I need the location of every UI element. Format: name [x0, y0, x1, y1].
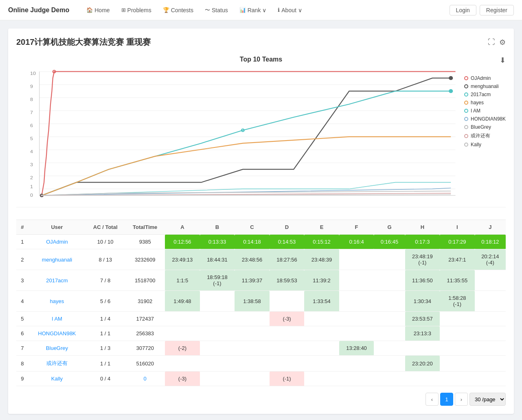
nav-problems[interactable]: ⊞ Problems	[116, 0, 156, 20]
problem-cell: 23:13:3	[405, 326, 440, 341]
problem-cell	[165, 326, 200, 341]
problem-cell	[475, 356, 506, 372]
total-time-cell: 256383	[125, 326, 165, 341]
legend-dot	[464, 143, 468, 147]
user-link[interactable]: hayes	[50, 298, 64, 304]
problem-cell	[440, 312, 475, 326]
nav-contests[interactable]: 🏆 Contests	[158, 0, 198, 20]
rank-cell: 1	[16, 235, 29, 249]
chart-wrapper: 10 9 8 7 6 5 4 3 2 1 0	[16, 67, 506, 199]
svg-text:8: 8	[30, 97, 33, 103]
table-header: #UserAC / TotalTotalTimeABCDEFGHIJ	[16, 220, 506, 235]
svg-text:9: 9	[30, 84, 33, 90]
table-header-cell: AC / Total	[86, 220, 125, 235]
user-link[interactable]: Kally	[51, 376, 63, 382]
total-time-cell: 516020	[125, 356, 165, 372]
user-link[interactable]: 2017acm	[46, 277, 68, 284]
user-link[interactable]: menghuanali	[42, 257, 72, 263]
legend-dot	[464, 117, 468, 121]
nav-rank[interactable]: 📊 Rank ∨	[235, 0, 272, 20]
page-header: 2017计算机技能大赛算法竞赛 重现赛 ⛶ ⚙	[16, 37, 506, 48]
navbar: Online Judge Demo 🏠 Home ⊞ Problems 🏆 Co…	[0, 0, 522, 20]
user-link[interactable]: 或许还有	[46, 360, 68, 366]
legend-dot	[464, 84, 468, 88]
rank-cell: 2	[16, 249, 29, 270]
problem-cell	[339, 326, 374, 341]
user-link[interactable]: OJAdmin	[46, 239, 68, 245]
problem-cell	[304, 356, 339, 372]
problem-cell: 0:13:33	[200, 235, 235, 249]
problem-cell: 23:48:19 (-1)	[405, 249, 440, 270]
problem-cell: 1:58:28 (-1)	[440, 291, 475, 312]
problem-cell	[304, 341, 339, 356]
problem-cell: 13:28:40	[339, 341, 374, 356]
user-link[interactable]: BlueGrey	[46, 345, 68, 351]
ac-total-cell: 8 / 13	[86, 249, 125, 270]
problem-cell	[374, 270, 405, 291]
nav-about-label: About ∨	[281, 7, 302, 13]
user-link[interactable]: I AM	[52, 316, 62, 322]
problem-cell: 11:39:2	[304, 270, 339, 291]
register-button[interactable]: Register	[480, 5, 514, 15]
fullscreen-icon[interactable]: ⛶	[488, 38, 495, 46]
legend-label: OJAdmin	[471, 75, 491, 81]
nav-rank-label: Rank ∨	[248, 7, 267, 13]
table-header-cell: A	[165, 220, 200, 235]
svg-text:0: 0	[30, 192, 33, 198]
problem-cell	[440, 356, 475, 372]
ac-total-cell: 1 / 4	[86, 312, 125, 326]
problem-cell	[270, 356, 305, 372]
nav-home[interactable]: 🏠 Home	[81, 0, 114, 20]
table-header-cell: B	[200, 220, 235, 235]
login-button[interactable]: Login	[450, 5, 476, 15]
chart-container: Top 10 Teams ⬇ 10 9 8 7 6 5 4 3 2 1 0	[16, 56, 506, 207]
problem-cell	[235, 341, 270, 356]
problems-icon: ⊞	[121, 7, 126, 13]
legend-dot	[464, 76, 468, 80]
problem-cell	[374, 341, 405, 356]
problem-cell	[405, 341, 440, 356]
problem-cell: 0:12:56	[165, 235, 200, 249]
legend-item: HONGDIAN98K	[464, 116, 506, 122]
problem-cell	[200, 341, 235, 356]
legend-item: 或许还有	[464, 132, 506, 139]
rank-cell: 6	[16, 326, 29, 341]
problem-cell: 1:33:54	[304, 291, 339, 312]
problem-cell	[440, 372, 475, 386]
table-row: 8或许还有1 / 151602023:20:20	[16, 356, 506, 372]
problem-cell	[304, 312, 339, 326]
legend-item: 2017acm	[464, 92, 506, 97]
user-link[interactable]: HONGDIAN98K	[38, 330, 76, 336]
total-time-cell: 0	[125, 372, 165, 386]
problem-cell: 0:14:53	[270, 235, 305, 249]
page-size-select[interactable]: 30 /page	[469, 393, 506, 406]
nav-about[interactable]: ℹ About ∨	[273, 0, 307, 20]
problem-cell	[339, 270, 374, 291]
problem-cell: (-2)	[165, 341, 200, 356]
download-icon[interactable]: ⬇	[500, 56, 506, 65]
nav-status[interactable]: 〜 Status	[200, 0, 233, 20]
main-content: 2017计算机技能大赛算法竞赛 重现赛 ⛶ ⚙ Top 10 Teams ⬇ 1…	[8, 29, 514, 414]
svg-text:3: 3	[30, 162, 33, 168]
problem-cell	[270, 291, 305, 312]
problem-cell: 23:53:57	[405, 312, 440, 326]
prev-page-button[interactable]: ‹	[425, 393, 439, 406]
table-body: 1OJAdmin10 / 1093850:12:560:13:330:14:18…	[16, 235, 506, 386]
legend-label: hayes	[471, 100, 484, 106]
problem-cell	[304, 372, 339, 386]
problem-cell	[374, 326, 405, 341]
problem-cell	[339, 249, 374, 270]
next-page-button[interactable]: ›	[455, 393, 468, 406]
legend-item: OJAdmin	[464, 75, 506, 81]
problem-cell	[200, 291, 235, 312]
table-row: 6HONGDIAN98K1 / 125638323:13:3	[16, 326, 506, 341]
table-header-cell: #	[16, 220, 29, 235]
total-time-cell: 172437	[125, 312, 165, 326]
settings-icon[interactable]: ⚙	[499, 38, 506, 47]
current-page-button[interactable]: 1	[440, 393, 453, 406]
table-header-cell: J	[475, 220, 506, 235]
problem-cell	[405, 372, 440, 386]
problem-cell: 0:16:45	[374, 235, 405, 249]
legend-dot	[464, 109, 468, 113]
total-time-cell: 31902	[125, 291, 165, 312]
